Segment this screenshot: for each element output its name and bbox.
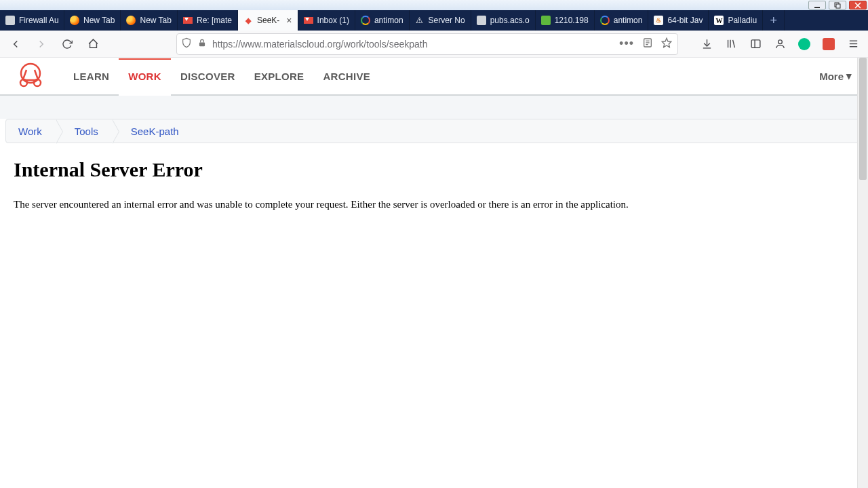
window-titlebar: [0, 0, 868, 10]
extension-red-icon[interactable]: [819, 34, 838, 54]
window-minimize-button[interactable]: [808, 1, 826, 10]
page-actions-ellipsis-icon[interactable]: •••: [618, 35, 635, 52]
error-content: Internal Server Error The server encount…: [0, 143, 868, 211]
browser-tab-8[interactable]: pubs.acs.org: [471, 10, 536, 31]
tab-close-icon[interactable]: ×: [286, 15, 292, 26]
window-maximize-button[interactable]: [829, 1, 846, 10]
window-close-button[interactable]: [849, 1, 867, 10]
browser-tab-9[interactable]: 1210.198: [536, 10, 595, 31]
breadcrumb: WorkToolsSeeK-path: [5, 119, 863, 143]
tab-label: New Tab: [140, 16, 171, 25]
tab-label: Palladiu: [728, 16, 757, 25]
browser-tab-11[interactable]: ♨64-bit Jav: [648, 10, 709, 31]
tab-favicon: [361, 16, 370, 25]
primary-nav: LEARNWORKDISCOVEREXPLOREARCHIVE: [64, 58, 380, 94]
breadcrumb-item-2[interactable]: SeeK-path: [113, 119, 194, 143]
tab-favicon: [304, 16, 313, 25]
browser-toolbar: •••: [0, 31, 868, 58]
browser-tab-6[interactable]: antimon: [355, 10, 410, 31]
tab-label: 64-bit Jav: [667, 16, 703, 25]
nav-item-discover[interactable]: DISCOVER: [171, 58, 245, 94]
new-tab-button[interactable]: +: [763, 10, 785, 31]
browser-tab-0[interactable]: Firewall Auth: [0, 10, 64, 31]
tab-label: Server No: [429, 16, 465, 25]
back-button[interactable]: [5, 34, 26, 54]
svg-rect-2: [836, 4, 840, 8]
app-menu-button[interactable]: [844, 34, 863, 54]
svg-point-17: [778, 40, 782, 44]
svg-rect-5: [199, 42, 205, 46]
tab-favicon: [5, 16, 15, 25]
reload-button[interactable]: [57, 34, 77, 54]
nav-more-dropdown[interactable]: More ▾: [819, 70, 852, 82]
address-input[interactable]: [212, 39, 612, 50]
browser-tab-4[interactable]: ◆SeeK-×: [238, 10, 298, 31]
bookmark-star-icon[interactable]: [660, 36, 673, 52]
browser-tab-2[interactable]: New Tab: [121, 10, 177, 31]
lock-icon[interactable]: [197, 38, 207, 50]
nav-more-label: More: [819, 71, 844, 82]
tab-favicon: [477, 16, 486, 25]
site-logo[interactable]: [12, 61, 49, 91]
browser-tab-3[interactable]: Re: [mate: [178, 10, 238, 31]
reader-mode-icon[interactable]: [641, 36, 654, 52]
forward-button[interactable]: [31, 34, 52, 54]
tracking-protection-icon[interactable]: [181, 37, 192, 50]
tab-favicon: [70, 16, 79, 25]
tab-favicon: ⚠: [415, 16, 425, 25]
svg-line-26: [35, 70, 38, 79]
tab-favicon: ♨: [654, 16, 663, 25]
tab-label: Firewall Auth: [19, 16, 58, 25]
error-title: Internal Server Error: [14, 158, 854, 181]
tab-favicon: ◆: [243, 16, 253, 25]
downloads-button[interactable]: [697, 34, 716, 54]
tab-label: Inbox (1): [317, 16, 349, 25]
tab-label: Re: [mate: [197, 16, 232, 25]
tab-label: New Tab: [83, 16, 115, 25]
nav-item-explore[interactable]: EXPLORE: [245, 58, 314, 94]
tab-favicon: [541, 16, 551, 25]
browser-tab-10[interactable]: antimon: [595, 10, 649, 31]
svg-line-14: [732, 40, 734, 48]
svg-marker-10: [662, 38, 671, 47]
header-gap: [0, 96, 868, 119]
svg-line-25: [23, 70, 26, 79]
tab-label: pubs.acs.org: [490, 16, 530, 25]
tab-label: antimon: [614, 16, 643, 25]
tab-label: antimon: [374, 16, 403, 25]
browser-tab-5[interactable]: Inbox (1): [298, 10, 355, 31]
sidebar-button[interactable]: [746, 34, 765, 54]
breadcrumb-item-0[interactable]: Work: [6, 119, 57, 143]
account-button[interactable]: [770, 34, 789, 54]
nav-item-learn[interactable]: LEARN: [64, 58, 119, 94]
tab-label: SeeK-: [257, 16, 279, 25]
browser-tab-1[interactable]: New Tab: [64, 10, 121, 31]
browser-tab-7[interactable]: ⚠Server No: [410, 10, 471, 31]
tab-favicon: [600, 16, 610, 25]
tab-favicon: [126, 16, 136, 25]
extension-green-icon[interactable]: [795, 34, 814, 54]
error-body: The server encountered an internal error…: [14, 198, 827, 211]
tab-label: 1210.198: [555, 16, 589, 25]
svg-rect-15: [751, 40, 760, 48]
tab-favicon: [183, 16, 193, 25]
tab-strip: Firewall AuthNew TabNew TabRe: [mate◆See…: [0, 10, 868, 31]
nav-item-work[interactable]: WORK: [119, 58, 171, 94]
nav-item-archive[interactable]: ARCHIVE: [313, 58, 380, 94]
home-button[interactable]: [83, 34, 103, 54]
site-header: LEARNWORKDISCOVEREXPLOREARCHIVE More ▾: [0, 58, 868, 96]
url-bar[interactable]: •••: [176, 33, 678, 55]
scrollbar-thumb[interactable]: [859, 58, 867, 180]
page-viewport: LEARNWORKDISCOVEREXPLOREARCHIVE More ▾ W…: [0, 58, 868, 488]
breadcrumb-item-1[interactable]: Tools: [57, 119, 113, 143]
browser-tab-12[interactable]: WPalladiu: [709, 10, 763, 31]
tab-favicon: W: [714, 16, 724, 25]
caret-down-icon: ▾: [846, 70, 852, 82]
vertical-scrollbar[interactable]: [857, 58, 868, 488]
library-button[interactable]: [722, 34, 741, 54]
